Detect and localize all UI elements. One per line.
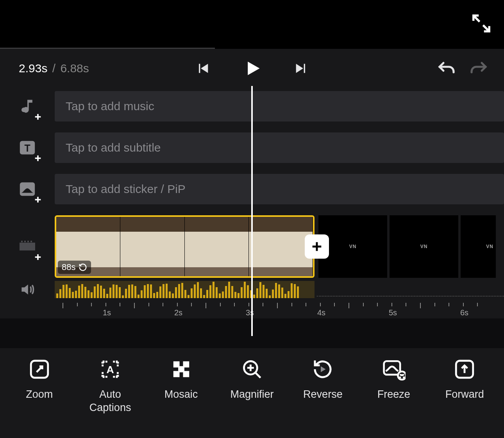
forward-button[interactable]: Forward	[434, 358, 495, 401]
plus-icon	[310, 240, 323, 253]
clip-thumbnail	[120, 217, 184, 276]
plus-icon	[34, 113, 42, 121]
freeze-icon	[382, 358, 406, 381]
svg-rect-19	[384, 361, 400, 375]
video-clip[interactable]: VN	[461, 215, 496, 278]
plus-icon	[34, 253, 42, 261]
plus-icon	[34, 154, 42, 163]
svg-point-0	[21, 107, 26, 112]
magnifier-icon	[241, 358, 263, 381]
mosaic-button[interactable]: Mosaic	[151, 358, 211, 401]
add-sticker-button[interactable]	[16, 177, 39, 201]
speaker-icon	[19, 281, 36, 298]
svg-rect-17	[183, 371, 189, 377]
time-display: 2.93s / 6.88s	[19, 62, 89, 75]
redo-button[interactable]	[469, 61, 488, 76]
play-button[interactable]	[242, 58, 262, 79]
svg-rect-6	[20, 250, 35, 253]
svg-rect-9	[27, 241, 29, 242]
audio-volume-button[interactable]	[16, 278, 39, 301]
plus-icon	[34, 195, 42, 204]
music-track-lane[interactable]: Tap to add music	[55, 91, 504, 122]
subtitle-track-lane[interactable]: Tap to add subtitle	[55, 132, 504, 163]
prev-button[interactable]	[195, 61, 211, 76]
video-preview[interactable]	[0, 0, 504, 49]
svg-rect-8	[24, 241, 26, 242]
add-subtitle-button[interactable]: T	[16, 136, 39, 159]
reset-icon	[79, 263, 87, 272]
bottom-toolbar: Zoom A Auto Captions Mosaic Magnifier Re…	[0, 348, 504, 438]
add-clip-button[interactable]	[305, 234, 329, 259]
fullscreen-button[interactable]	[470, 13, 492, 34]
forward-icon	[453, 358, 476, 381]
svg-rect-7	[21, 241, 23, 242]
sticker-track-lane[interactable]: Tap to add sticker / PiP	[55, 174, 504, 204]
next-button[interactable]	[293, 61, 309, 76]
clip-thumbnail	[249, 217, 313, 276]
total-time: 6.88s	[60, 62, 89, 75]
svg-text:A: A	[107, 364, 114, 375]
auto-captions-button[interactable]: A Auto Captions	[80, 358, 141, 415]
clip-thumbnail	[185, 217, 249, 276]
clip-duration-badge: 88s	[58, 261, 91, 274]
magnifier-button[interactable]: Magnifier	[222, 358, 282, 401]
video-clip[interactable]: VN	[390, 215, 458, 278]
undo-button[interactable]	[437, 61, 456, 76]
svg-text:T: T	[24, 143, 30, 154]
video-clip-selected[interactable]: 88s	[55, 215, 315, 278]
svg-rect-10	[30, 241, 32, 242]
zoom-button[interactable]: Zoom	[9, 358, 70, 401]
playback-controls-bar: 2.93s / 6.88s	[0, 49, 504, 88]
zoom-icon	[28, 358, 51, 381]
current-time: 2.93s	[19, 62, 47, 75]
add-music-button[interactable]	[16, 95, 39, 118]
mosaic-icon	[171, 359, 192, 380]
svg-rect-16	[173, 371, 179, 377]
playhead[interactable]	[251, 86, 253, 336]
add-video-button[interactable]	[16, 235, 39, 258]
reverse-button[interactable]: Reverse	[293, 358, 353, 401]
freeze-button[interactable]: Freeze	[363, 358, 424, 401]
reverse-icon	[311, 358, 334, 381]
captions-icon: A	[99, 358, 122, 381]
audio-waveform[interactable]	[55, 281, 504, 298]
